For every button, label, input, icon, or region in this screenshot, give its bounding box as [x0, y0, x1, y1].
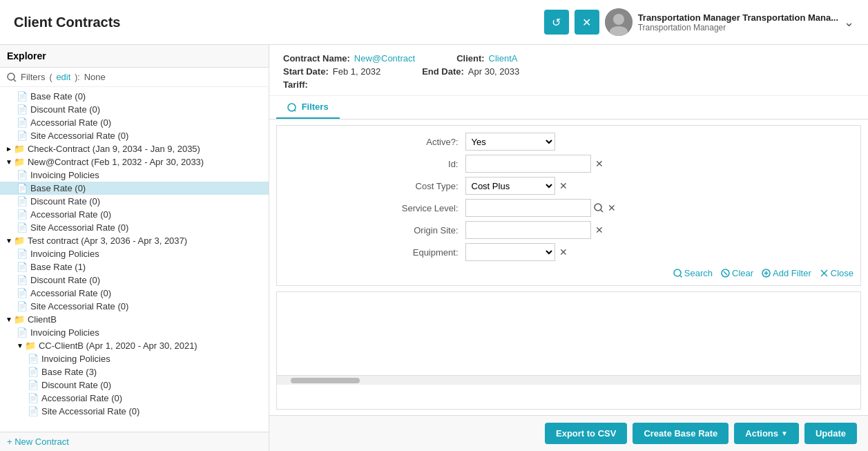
- tree-item-invoicing-policies-2[interactable]: 📄Invoicing Policies: [0, 247, 269, 260]
- start-date-label: Start Date:: [283, 66, 329, 77]
- tree-item-client-b[interactable]: ▼📁ClientB: [0, 313, 269, 326]
- tree-item-base-rate-2[interactable]: 📄Base Rate (1): [0, 260, 269, 274]
- doc-icon: 📄: [17, 262, 28, 272]
- tree-item-accessorial-rate-2[interactable]: 📄Accessorial Rate (0): [0, 287, 269, 300]
- filters-edit-link[interactable]: edit: [56, 72, 70, 82]
- tree-item-discount-rate-1[interactable]: 📄Discount Rate (0): [0, 195, 269, 208]
- doc-icon: 📄: [28, 354, 39, 364]
- close-filter-link[interactable]: Close: [820, 268, 853, 278]
- filters-tab-icon: [287, 103, 296, 112]
- doc-icon: 📄: [17, 104, 28, 115]
- tree-item-discount-rate-3[interactable]: 📄Discount Rate (0): [0, 378, 269, 392]
- end-date-label: End Date:: [422, 66, 464, 77]
- tree-label: Accessorial Rate (0): [30, 209, 111, 220]
- horizontal-scrollbar[interactable]: [277, 375, 860, 385]
- service-level-filter-row: ✕: [465, 199, 776, 217]
- svg-point-3: [8, 73, 15, 80]
- contract-name-label: Contract Name:: [283, 53, 350, 64]
- tree-item-site-accessorial-3[interactable]: 📄Site Accessorial Rate (0): [0, 405, 269, 418]
- actions-label: Actions: [745, 428, 778, 439]
- service-level-clear-button[interactable]: ✕: [606, 202, 617, 213]
- tree-label: Base Rate (0): [30, 183, 86, 193]
- scrollbar-thumb[interactable]: [291, 378, 360, 383]
- tree-item-base-rate-3[interactable]: 📄Base Rate (3): [0, 365, 269, 378]
- doc-icon: 📄: [28, 367, 39, 377]
- doc-icon: 📄: [17, 222, 28, 233]
- client-value: ClientA: [489, 53, 518, 64]
- cost-type-clear-button[interactable]: ✕: [558, 180, 569, 191]
- bottom-bar: Export to CSV Create Base Rate Actions ▼…: [269, 415, 868, 451]
- origin-site-input[interactable]: [465, 221, 591, 239]
- add-filter-link[interactable]: Add Filter: [762, 268, 811, 278]
- search-link[interactable]: Search: [673, 268, 713, 278]
- doc-icon: 📄: [28, 380, 39, 390]
- id-filter-row: ✕: [465, 155, 776, 173]
- tree-label: CC-ClientB (Apr 1, 2020 - Apr 30, 2021): [39, 340, 197, 351]
- data-area[interactable]: [276, 291, 861, 410]
- tree-item-discount-rate-0[interactable]: 📄Discount Rate (0): [0, 103, 269, 116]
- tree-container[interactable]: 📄Base Rate (0)📄Discount Rate (0)📄Accesso…: [0, 87, 269, 432]
- explorer-header: Explorer: [0, 45, 269, 68]
- tree-label: ClientB: [28, 314, 57, 325]
- tree-item-invoicing-policies-1[interactable]: 📄Invoicing Policies: [0, 169, 269, 182]
- header-actions: ↺ ✕ Transportation Manager Transportatio…: [544, 8, 854, 36]
- tree-item-accessorial-rate-3[interactable]: 📄Accessorial Rate (0): [0, 392, 269, 405]
- user-dropdown-chevron[interactable]: ⌄: [844, 15, 854, 30]
- end-date-value: Apr 30, 2033: [468, 66, 519, 77]
- doc-icon: 📄: [17, 209, 28, 220]
- contract-name-field: Contract Name: New@Contract: [283, 53, 415, 64]
- cost-type-select[interactable]: Cost PlusFlat RatePer Mile: [465, 177, 555, 195]
- tree-item-accessorial-rate-1[interactable]: 📄Accessorial Rate (0): [0, 208, 269, 221]
- tree-item-base-rate-1[interactable]: 📄Base Rate (0): [0, 182, 269, 195]
- tree-item-cc-clientb[interactable]: ▼📁CC-ClientB (Apr 1, 2020 - Apr 30, 2021…: [0, 339, 269, 352]
- doc-icon: 📄: [17, 196, 28, 207]
- tree-item-new-contract-folder[interactable]: ▼📁New@Contract (Feb 1, 2032 - Apr 30, 20…: [0, 155, 269, 169]
- actions-button[interactable]: Actions ▼: [734, 423, 799, 444]
- user-role: Transportation Manager: [638, 23, 838, 32]
- doc-icon: 📄: [17, 170, 28, 180]
- tree-item-site-accessorial-1[interactable]: 📄Site Accessorial Rate (0): [0, 221, 269, 234]
- active-select[interactable]: YesNoAll: [465, 133, 555, 151]
- close-filter-label: Close: [831, 268, 853, 278]
- refresh-button[interactable]: ↺: [544, 10, 569, 35]
- filters-panel: Active?: YesNoAll Id: ✕ Cost Type:: [276, 125, 861, 286]
- sidebar-footer: + New Contract: [0, 432, 269, 451]
- origin-site-clear-button[interactable]: ✕: [594, 224, 605, 236]
- equipment-clear-button[interactable]: ✕: [558, 247, 569, 258]
- tree-item-invoicing-policies-3[interactable]: 📄Invoicing Policies: [0, 326, 269, 339]
- tree-item-discount-rate-2[interactable]: 📄Discount Rate (0): [0, 274, 269, 287]
- update-button[interactable]: Update: [804, 423, 857, 444]
- id-input[interactable]: [465, 155, 591, 173]
- tree-item-accessorial-rate-0[interactable]: 📄Accessorial Rate (0): [0, 116, 269, 129]
- tree-label: Discount Rate (0): [30, 196, 100, 207]
- service-level-search-icon: [594, 203, 604, 213]
- id-clear-button[interactable]: ✕: [594, 158, 605, 169]
- create-base-rate-button[interactable]: Create Base Rate: [633, 423, 729, 444]
- export-csv-button[interactable]: Export to CSV: [545, 423, 627, 444]
- app-header: Client Contracts ↺ ✕ Transportation Mana…: [0, 0, 868, 45]
- service-level-input[interactable]: [465, 199, 591, 217]
- clear-link[interactable]: Clear: [721, 268, 753, 278]
- tab-filters[interactable]: Filters: [276, 96, 340, 119]
- svg-point-1: [613, 14, 624, 25]
- tree-item-site-accessorial-2[interactable]: 📄Site Accessorial Rate (0): [0, 300, 269, 313]
- doc-icon: 📄: [17, 301, 28, 311]
- tree-label: Discount Rate (0): [41, 380, 111, 390]
- user-info: Transportation Manager Transportation Ma…: [638, 12, 838, 32]
- filters-label: Filters: [21, 72, 45, 82]
- origin-site-filter-row: ✕: [465, 221, 776, 239]
- tree-item-test-contract[interactable]: ▼📁Test contract (Apr 3, 2036 - Apr 3, 20…: [0, 234, 269, 247]
- svg-point-7: [595, 204, 601, 211]
- actions-caret-icon: ▼: [781, 430, 788, 437]
- tree-item-check-contract[interactable]: ►📁Check-Contract (Jan 9, 2034 - Jan 9, 2…: [0, 142, 269, 155]
- tree-item-base-rate-0[interactable]: 📄Base Rate (0): [0, 90, 269, 103]
- new-contract-link[interactable]: + New Contract: [7, 436, 69, 447]
- tree-label: Base Rate (3): [41, 367, 97, 377]
- tree-item-invoicing-policies-4[interactable]: 📄Invoicing Policies: [0, 352, 269, 365]
- equipment-select[interactable]: [465, 243, 555, 261]
- tree-item-site-accessorial-0[interactable]: 📄Site Accessorial Rate (0): [0, 129, 269, 142]
- close-filter-icon: [820, 269, 829, 278]
- close-button[interactable]: ✕: [575, 10, 599, 35]
- user-name: Transportation Manager Transportation Ma…: [638, 12, 838, 23]
- collapse-icon: ▼: [6, 237, 12, 244]
